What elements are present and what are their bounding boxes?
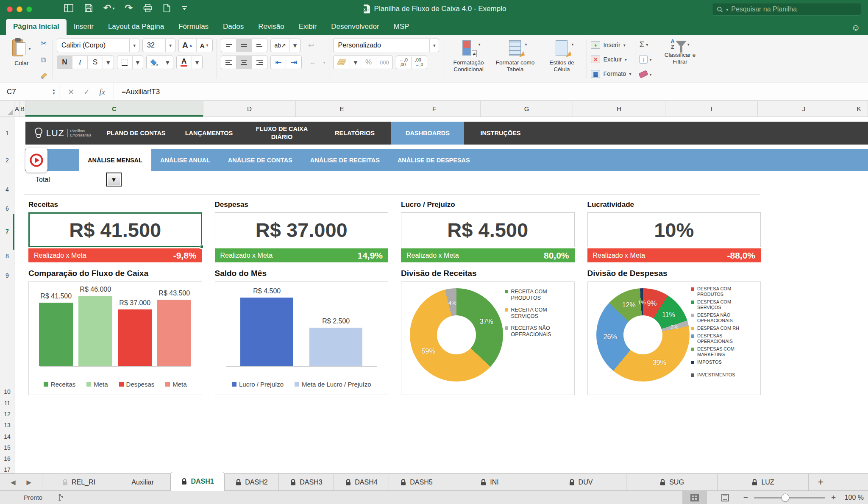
borders-button[interactable]	[117, 56, 133, 69]
sheet-tab-dash4[interactable]: DASH4	[334, 474, 389, 490]
close-button[interactable]	[7, 6, 13, 12]
conditional-formatting-button[interactable]: ≠ ▾ Formatação Condicional	[447, 39, 490, 80]
paste-caret-icon[interactable]: ▾	[28, 46, 31, 51]
column-header-e[interactable]: E	[296, 101, 388, 117]
prev-sheet-icon[interactable]: ◀	[11, 479, 16, 486]
align-center-button[interactable]	[236, 56, 252, 69]
column-header-a[interactable]: A	[14, 101, 20, 117]
increase-decimal-button[interactable]: ←,0,00	[396, 56, 412, 69]
underline-caret-icon[interactable]: ▾	[103, 56, 114, 69]
chart-canvas[interactable]: 9%11%2%39%26%12%1%DESPESA COM PRODUTOSDE…	[587, 281, 761, 395]
paste-button[interactable]: ▾ Colar	[5, 39, 38, 80]
nav-tab-lancamentos[interactable]: LANÇAMENTOS	[172, 122, 245, 145]
fill-color-caret-icon[interactable]: ▾	[162, 56, 173, 69]
fill-button[interactable]: ↓▾	[639, 54, 651, 65]
undo-caret-icon[interactable]: ▾	[112, 6, 114, 11]
column-header-j[interactable]: J	[758, 101, 850, 117]
filter-dropdown-button[interactable]: ▼	[106, 173, 122, 187]
font-color-button[interactable]: A	[177, 56, 192, 69]
kpi-value-cell[interactable]: 10%	[587, 212, 761, 247]
column-header-b[interactable]: B	[20, 101, 25, 117]
chart-canvas[interactable]: 37%59%4%RECEITA COM PRODUTOSRECEITA COM …	[401, 281, 575, 395]
ribbon-tab-desenvolvedor[interactable]: Desenvolvedor	[324, 19, 386, 35]
currency-button[interactable]	[334, 56, 350, 69]
column-header-i[interactable]: I	[665, 101, 758, 117]
row-header-11[interactable]: 11	[0, 400, 14, 407]
font-name-caret-icon[interactable]: ▾	[129, 39, 139, 52]
row-header-13[interactable]: 13	[0, 422, 14, 429]
grow-font-button[interactable]: A▲	[179, 39, 197, 52]
row-header-15[interactable]: 15	[0, 444, 14, 451]
align-middle-button[interactable]	[236, 39, 252, 52]
ribbon-tab-inserir[interactable]: Inserir	[67, 19, 101, 35]
decrease-decimal-button[interactable]: ,00→,0	[412, 56, 427, 69]
search-scope-caret-icon[interactable]: ▾	[726, 7, 728, 12]
sheet-tab-sug[interactable]: SUG	[626, 474, 718, 490]
donut-divisao-de-despesas[interactable]: 9%11%2%39%26%12%1%	[596, 288, 690, 381]
nav-tab-dashboards[interactable]: DASHBOARDS	[391, 122, 464, 145]
ribbon-tab-msp[interactable]: MSP	[387, 19, 417, 35]
orientation-button[interactable]: ab↗	[271, 39, 289, 52]
ribbon-tab-pagina-inicial[interactable]: Página Inicial	[6, 19, 67, 35]
format-caret-icon[interactable]: ▾	[629, 72, 631, 76]
sort-filter-button[interactable]: AZ ▾ Classificar e Filtrar	[657, 39, 704, 80]
row-header-12[interactable]: 12	[0, 411, 14, 418]
row-header-10[interactable]: 10	[0, 388, 14, 395]
row-header-16[interactable]: 16	[0, 455, 14, 462]
row-header-8[interactable]: 8	[0, 253, 14, 259]
row-header-6[interactable]: 6	[0, 205, 14, 212]
font-name-select[interactable]: Calibri (Corpo)▾	[57, 39, 139, 52]
select-all-corner[interactable]	[0, 101, 14, 117]
fullscreen-button[interactable]	[26, 6, 32, 12]
ribbon-tab-revisao[interactable]: Revisão	[251, 19, 291, 35]
collapse-toolbar-icon[interactable]	[181, 5, 188, 11]
italic-button[interactable]: I	[72, 56, 88, 69]
number-format-select[interactable]: Personalizado▾	[333, 39, 439, 52]
chart-canvas[interactable]: R$ 4.500R$ 2.500Lucro / PrejuízoMeta de …	[215, 281, 389, 395]
fill-handle[interactable]	[200, 245, 204, 249]
normal-view-button[interactable]	[682, 491, 707, 504]
cell-styles-button[interactable]: ▾ Estilos de Célula	[540, 39, 583, 80]
row-header-7[interactable]: 7	[0, 228, 14, 235]
ribbon-tab-exibir[interactable]: Exibir	[292, 19, 324, 35]
column-header-c[interactable]: C	[25, 101, 203, 117]
sheet-tab-ini[interactable]: INI	[444, 474, 535, 490]
delete-caret-icon[interactable]: ▾	[625, 57, 627, 62]
undo-button[interactable]: ↶▾	[103, 3, 114, 13]
column-header-h[interactable]: H	[573, 101, 665, 117]
copy-icon[interactable]: ⧉	[41, 56, 49, 64]
clear-button[interactable]: ▾	[639, 69, 651, 80]
shrink-font-button[interactable]: A▼	[197, 39, 213, 52]
column-header-k[interactable]: K	[850, 101, 868, 117]
subnav-tab-analise-de-despesas[interactable]: ANÁLISE DE DESPESAS	[389, 149, 479, 171]
ribbon-tab-layout-da-pagina[interactable]: Layout da Página	[101, 19, 171, 35]
delete-cells-button[interactable]: ✕ Excluir ▾	[591, 53, 631, 65]
cancel-entry-icon[interactable]: ✕	[68, 87, 74, 97]
row-header-1[interactable]: 1	[0, 130, 14, 136]
new-document-icon[interactable]	[163, 3, 171, 13]
font-size-select[interactable]: 32▾	[142, 39, 175, 52]
kpi-value-cell[interactable]: R$ 37.000	[215, 212, 389, 247]
play-button[interactable]	[25, 148, 47, 173]
insert-cells-button[interactable]: + Inserir ▾	[591, 39, 631, 51]
underline-button[interactable]: S	[88, 56, 103, 69]
zoom-slider-thumb[interactable]	[781, 493, 789, 501]
kpi-value-cell[interactable]: R$ 4.500	[401, 212, 575, 247]
sheet-tab-dash2[interactable]: DASH2	[225, 474, 279, 490]
column-header-g[interactable]: G	[481, 101, 573, 117]
sheet-tab-auxiliar[interactable]: Auxiliar	[115, 474, 170, 490]
zoom-slider[interactable]	[754, 497, 825, 498]
row-header-4[interactable]: 4	[0, 186, 14, 193]
chart-canvas[interactable]: R$ 41.500R$ 46.000R$ 37.000R$ 43.500Rece…	[28, 281, 202, 395]
currency-caret-icon[interactable]: ▾	[350, 56, 361, 69]
zoom-level[interactable]: 100 %	[842, 494, 864, 501]
sheet-tab-rel-ri[interactable]: REL_RI	[42, 474, 115, 490]
font-size-caret-icon[interactable]: ▾	[165, 39, 175, 52]
panel-toggle-icon[interactable]	[64, 3, 74, 13]
font-color-caret-icon[interactable]: ▾	[192, 56, 203, 69]
merge-cells-icon[interactable]: ↔	[305, 58, 320, 66]
nav-tab-fluxo-de-caixa-diario[interactable]: FLUXO DE CAIXA DIÁRIO	[245, 122, 318, 145]
page-layout-view-button[interactable]	[713, 491, 737, 504]
nav-tab-relatorios[interactable]: RELATÓRIOS	[318, 122, 391, 145]
decrease-indent-icon[interactable]: ⇤	[271, 56, 286, 69]
